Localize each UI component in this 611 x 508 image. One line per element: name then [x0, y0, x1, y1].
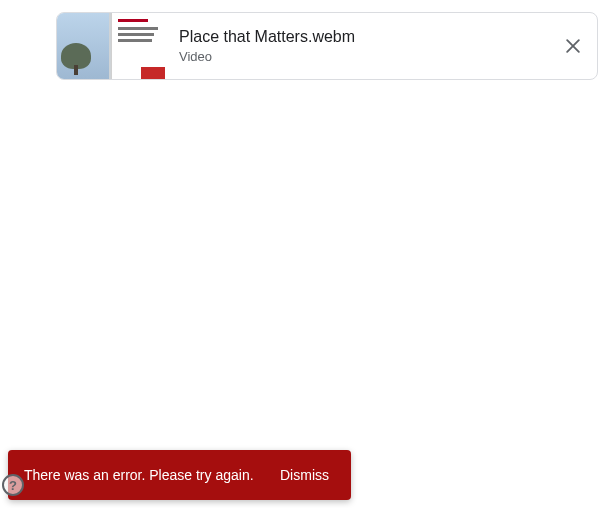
remove-file-button[interactable] [549, 13, 597, 79]
help-button[interactable]: ? [2, 474, 24, 496]
file-title: Place that Matters.webm [179, 27, 537, 47]
error-toast: There was an error. Please try again. Di… [8, 450, 351, 500]
error-toast-message: There was an error. Please try again. [24, 467, 254, 483]
help-icon: ? [9, 478, 17, 493]
dismiss-button[interactable]: Dismiss [276, 459, 333, 491]
file-thumbnail [57, 13, 165, 79]
file-attachment-card[interactable]: Place that Matters.webm Video [56, 12, 598, 80]
file-type-label: Video [179, 49, 537, 65]
file-meta: Place that Matters.webm Video [165, 13, 549, 79]
close-icon [563, 36, 583, 56]
